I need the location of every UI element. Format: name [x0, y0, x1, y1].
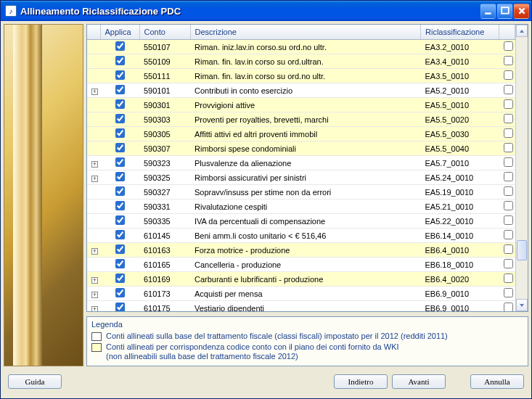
vertical-scrollbar[interactable]: [515, 25, 528, 311]
applica-checkbox[interactable]: [115, 259, 125, 268]
cell-riclassificazione: EA5.19_0010: [421, 185, 499, 200]
applica-checkbox[interactable]: [115, 56, 125, 65]
applica-checkbox[interactable]: [115, 230, 125, 239]
table-row[interactable]: +610175Vestiario dipendentiEB6.9_0010: [87, 301, 515, 312]
cell-riclassificazione: EA5.21_0010: [421, 200, 499, 214]
col-applica[interactable]: Applica: [100, 25, 139, 40]
applica-checkbox[interactable]: [115, 303, 125, 311]
cell-descrizione: Vestiario dipendenti: [190, 301, 421, 312]
cell-conto: 610145: [139, 229, 190, 243]
tree-expand-icon[interactable]: +: [91, 248, 98, 255]
ricl-checkbox[interactable]: [504, 201, 513, 210]
ricl-checkbox[interactable]: [504, 70, 513, 80]
table-row[interactable]: +590101Contributi in conto esercizioEA5.…: [87, 83, 515, 98]
applica-checkbox[interactable]: [115, 114, 125, 123]
close-button[interactable]: [514, 4, 529, 19]
ricl-checkbox[interactable]: [504, 41, 513, 51]
cell-riclassificazione: EB6.4_0010: [421, 243, 499, 258]
ricl-checkbox[interactable]: [504, 99, 513, 109]
app-icon: ♪: [5, 5, 17, 17]
cell-descrizione: Riman. iniz.lav.in corso.su ord.no ultr.: [190, 40, 421, 54]
applica-checkbox[interactable]: [115, 215, 125, 225]
cell-descrizione: Cancelleria - produzione: [190, 258, 421, 272]
applica-checkbox[interactable]: [115, 201, 125, 210]
table-row[interactable]: +610173Acquisti per mensaEB6.9_0010: [87, 287, 515, 301]
window-title: Allineamento Riclassificazione PDC: [20, 6, 480, 17]
table-row[interactable]: +590323Plusvalenze da alienazioneEA5.7_0…: [87, 156, 515, 170]
tree-expand-icon[interactable]: +: [91, 292, 98, 298]
applica-checkbox[interactable]: [115, 85, 125, 94]
tree-expand-icon[interactable]: +: [91, 277, 98, 284]
applica-checkbox[interactable]: [115, 99, 125, 109]
ricl-checkbox[interactable]: [504, 303, 513, 311]
cell-riclassificazione: EA5.5_0040: [421, 141, 499, 156]
scroll-down-button[interactable]: [516, 299, 528, 311]
tree-expand-icon[interactable]: +: [91, 306, 98, 312]
applica-checkbox[interactable]: [115, 128, 125, 138]
ricl-checkbox[interactable]: [504, 114, 513, 123]
ricl-checkbox[interactable]: [504, 215, 513, 225]
applica-checkbox[interactable]: [115, 143, 125, 152]
applica-checkbox[interactable]: [115, 41, 125, 51]
table-row[interactable]: 590335IVA da percentuali di compensazion…: [87, 214, 515, 229]
col-tree[interactable]: [87, 25, 100, 40]
grid[interactable]: Applica Conto Descrizione Riclassificazi…: [87, 25, 515, 311]
scroll-track[interactable]: [516, 37, 528, 299]
table-row[interactable]: 610145Beni amm.li costo unitario < € 516…: [87, 229, 515, 243]
maximize-button[interactable]: [497, 4, 512, 19]
ricl-checkbox[interactable]: [504, 128, 513, 138]
legend-text-yellow: Conti allineati per corrispondenza codic…: [106, 342, 399, 361]
applica-checkbox[interactable]: [115, 186, 125, 196]
ricl-checkbox[interactable]: [504, 230, 513, 239]
cell-riclassificazione: EA5.5_0010: [421, 98, 499, 112]
table-row[interactable]: 590301Provvigioni attiveEA5.5_0010: [87, 98, 515, 112]
cell-descrizione: Beni amm.li costo unitario < € 516,46: [190, 229, 421, 243]
cell-riclassificazione: EA5.7_0010: [421, 156, 499, 170]
ricl-checkbox[interactable]: [504, 244, 513, 254]
ricl-checkbox[interactable]: [504, 56, 513, 65]
tree-expand-icon[interactable]: +: [91, 161, 98, 168]
ricl-checkbox[interactable]: [504, 172, 513, 181]
applica-checkbox[interactable]: [115, 288, 125, 297]
table-row[interactable]: +590325Rimborsi assicurativi per sinistr…: [87, 170, 515, 185]
col-descrizione[interactable]: Descrizione: [190, 25, 421, 40]
table-row[interactable]: 590303Proventi per royalties, brevetti, …: [87, 112, 515, 127]
col-ricl-check[interactable]: [499, 25, 515, 40]
col-conto[interactable]: Conto: [139, 25, 190, 40]
table-row[interactable]: 550109Riman. fin. lav.in corso su ord.ul…: [87, 54, 515, 69]
table-row[interactable]: 590331Rivalutazione cespitiEA5.21_0010: [87, 200, 515, 214]
cell-conto: 610175: [139, 301, 190, 312]
ricl-checkbox[interactable]: [504, 85, 513, 94]
applica-checkbox[interactable]: [115, 70, 125, 80]
table-row[interactable]: 550111Riman. fin. lav.in corso su ord.no…: [87, 69, 515, 83]
ricl-checkbox[interactable]: [504, 273, 513, 283]
indietro-button[interactable]: Indietro: [334, 374, 388, 389]
table-row[interactable]: 590307Rimborsi spese condominialiEA5.5_0…: [87, 141, 515, 156]
legend-swatch-white: [91, 332, 102, 341]
applica-checkbox[interactable]: [115, 273, 125, 283]
col-riclassificazione[interactable]: Riclassificazione: [421, 25, 499, 40]
table-row[interactable]: 590327Sopravv/insuss per stime non da er…: [87, 185, 515, 200]
ricl-checkbox[interactable]: [504, 186, 513, 196]
table-row[interactable]: 610165Cancelleria - produzioneEB6.18_001…: [87, 258, 515, 272]
tree-expand-icon[interactable]: +: [91, 176, 98, 182]
avanti-button[interactable]: Avanti: [392, 374, 446, 389]
ricl-checkbox[interactable]: [504, 157, 513, 167]
table-row[interactable]: +610169Carburanti e lubrificanti - produ…: [87, 272, 515, 287]
ricl-checkbox[interactable]: [504, 288, 513, 297]
tree-expand-icon[interactable]: +: [91, 89, 98, 95]
table-row[interactable]: 550107Riman. iniz.lav.in corso.su ord.no…: [87, 40, 515, 54]
ricl-checkbox[interactable]: [504, 143, 513, 152]
guida-button[interactable]: Guida: [8, 374, 62, 389]
cell-conto: 590323: [139, 156, 190, 170]
applica-checkbox[interactable]: [115, 157, 125, 167]
minimize-button[interactable]: [480, 4, 496, 19]
table-row[interactable]: +610163Forza motrice - produzioneEB6.4_0…: [87, 243, 515, 258]
annulla-button[interactable]: Annulla: [470, 374, 524, 389]
scroll-up-button[interactable]: [516, 25, 528, 37]
applica-checkbox[interactable]: [115, 172, 125, 181]
table-row[interactable]: 590305Affitti attivi ed altri proventi i…: [87, 127, 515, 141]
scroll-thumb[interactable]: [517, 240, 527, 260]
applica-checkbox[interactable]: [115, 244, 125, 254]
ricl-checkbox[interactable]: [504, 259, 513, 268]
